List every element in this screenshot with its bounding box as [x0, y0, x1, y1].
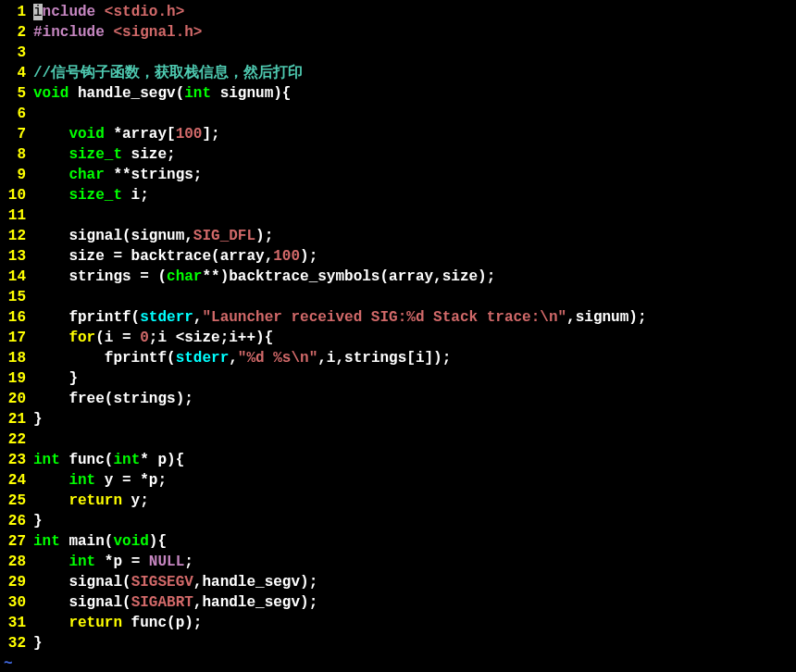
line-number: 9 [0, 165, 33, 185]
code-line[interactable]: 16 fprintf(stderr,"Launcher received SIG… [0, 307, 796, 328]
code-content[interactable] [33, 287, 796, 307]
line-number: 18 [0, 348, 33, 368]
code-line[interactable]: 2#include <signal.h> [0, 22, 796, 43]
token: y; [122, 492, 149, 509]
line-number: 16 [0, 307, 33, 328]
token: ); [300, 248, 317, 265]
code-line[interactable]: 25 return y; [0, 491, 796, 511]
code-content[interactable]: fprintf(stderr,"Launcher received SIG:%d… [33, 307, 796, 328]
code-line[interactable]: 13 size = backtrace(array,100); [0, 246, 796, 267]
code-content[interactable]: } [33, 409, 796, 429]
line-number: 8 [0, 144, 33, 165]
code-line[interactable]: 1include <stdio.h> [0, 2, 796, 22]
code-line[interactable]: 30 signal(SIGABRT,handle_segv); [0, 592, 796, 613]
code-line[interactable]: 23int func(int* p){ [0, 450, 796, 470]
code-content[interactable]: signal(SIGSEGV,handle_segv); [33, 572, 796, 592]
code-content[interactable]: void handle_segv(int signum){ [33, 83, 796, 104]
code-content[interactable] [33, 429, 796, 450]
code-content[interactable]: int *p = NULL; [33, 552, 796, 572]
token: SIGABRT [131, 594, 193, 611]
code-line[interactable]: 7 void *array[100]; [0, 124, 796, 144]
code-content[interactable] [33, 104, 796, 124]
code-line[interactable]: 32} [0, 633, 796, 653]
code-line[interactable]: 17 for(i = 0;i <size;i++){ [0, 328, 796, 348]
code-content[interactable]: } [33, 511, 796, 531]
code-line[interactable]: 10 size_t i; [0, 185, 796, 205]
code-line[interactable]: 20 free(strings); [0, 389, 796, 409]
line-number: 1 [0, 2, 33, 22]
code-content[interactable]: size_t size; [33, 144, 796, 165]
line-number: 4 [0, 63, 33, 83]
code-content[interactable]: size_t i; [33, 185, 796, 205]
token: return [68, 492, 122, 509]
code-content[interactable]: //信号钩子函数，获取栈信息，然后打印 [33, 63, 796, 83]
code-line[interactable]: 4//信号钩子函数，获取栈信息，然后打印 [0, 63, 796, 83]
line-number: 17 [0, 328, 33, 348]
line-number: 28 [0, 552, 33, 572]
code-line[interactable]: 6 [0, 104, 796, 124]
code-line[interactable]: 21} [0, 409, 796, 429]
code-line[interactable]: 15 [0, 287, 796, 307]
code-content[interactable]: #include <signal.h> [33, 22, 796, 43]
code-line[interactable]: 12 signal(signum,SIG_DFL); [0, 226, 796, 246]
line-number: 21 [0, 409, 33, 429]
token: * p){ [140, 452, 184, 468]
code-content[interactable] [33, 43, 796, 63]
line-number: 13 [0, 246, 33, 267]
code-line[interactable]: 18 fprintf(stderr,"%d %s\n",i,strings[i]… [0, 348, 796, 368]
code-line[interactable]: 26} [0, 511, 796, 531]
token: int [33, 452, 60, 468]
token: *array[ [105, 126, 176, 143]
token: stderr [176, 350, 230, 367]
code-content[interactable]: return y; [33, 491, 796, 511]
code-line[interactable]: 3 [0, 43, 796, 63]
code-content[interactable]: char **strings; [33, 165, 796, 185]
code-content[interactable]: } [33, 368, 796, 389]
code-content[interactable]: size = backtrace(array,100); [33, 246, 796, 267]
code-content[interactable]: return func(p); [33, 613, 796, 633]
token: int [113, 452, 140, 468]
code-line[interactable]: 14 strings = (char**)backtrace_symbols(a… [0, 267, 796, 287]
token: fprintf( [33, 350, 176, 367]
token: } [33, 635, 43, 652]
code-content[interactable]: int y = *p; [33, 470, 796, 491]
code-line[interactable]: 31 return func(p); [0, 613, 796, 633]
code-content[interactable]: fprintf(stderr,"%d %s\n",i,strings[i]); [33, 348, 796, 368]
code-content[interactable]: } [33, 633, 796, 653]
token: ); [255, 228, 273, 244]
code-line[interactable]: 11 [0, 205, 796, 226]
token: NULL [149, 554, 184, 570]
code-content[interactable]: void *array[100]; [33, 124, 796, 144]
code-line[interactable]: 28 int *p = NULL; [0, 552, 796, 572]
code-content[interactable]: include <stdio.h> [33, 2, 796, 22]
token: } [33, 370, 78, 387]
token: size_t [68, 146, 122, 163]
token: ,i,strings[i]); [317, 350, 451, 367]
token: ){ [149, 533, 167, 550]
code-content[interactable]: signal(signum,SIG_DFL); [33, 226, 796, 246]
code-line[interactable]: 8 size_t size; [0, 144, 796, 165]
token: **strings; [105, 167, 203, 183]
code-content[interactable]: strings = (char**)backtrace_symbols(arra… [33, 267, 796, 287]
line-number: 14 [0, 267, 33, 287]
code-line[interactable]: 5void handle_segv(int signum){ [0, 83, 796, 104]
line-number: 30 [0, 592, 33, 613]
line-number: 26 [0, 511, 33, 531]
code-content[interactable]: int main(void){ [33, 531, 796, 552]
code-line[interactable]: 22 [0, 429, 796, 450]
code-content[interactable]: signal(SIGABRT,handle_segv); [33, 592, 796, 613]
code-content[interactable]: for(i = 0;i <size;i++){ [33, 328, 796, 348]
code-content[interactable] [33, 205, 796, 226]
token: nclude [43, 4, 105, 20]
token: //信号钩子函数，获取栈信息，然后打印 [33, 65, 303, 81]
code-line[interactable]: 24 int y = *p; [0, 470, 796, 491]
code-line[interactable]: 29 signal(SIGSEGV,handle_segv); [0, 572, 796, 592]
code-content[interactable]: int func(int* p){ [33, 450, 796, 470]
code-line[interactable]: 27int main(void){ [0, 531, 796, 552]
code-content[interactable]: free(strings); [33, 389, 796, 409]
line-number: 15 [0, 287, 33, 307]
code-line[interactable]: 9 char **strings; [0, 165, 796, 185]
token: } [33, 411, 43, 428]
code-editor[interactable]: 1include <stdio.h>2#include <signal.h>34… [0, 2, 796, 670]
code-line[interactable]: 19 } [0, 368, 796, 389]
